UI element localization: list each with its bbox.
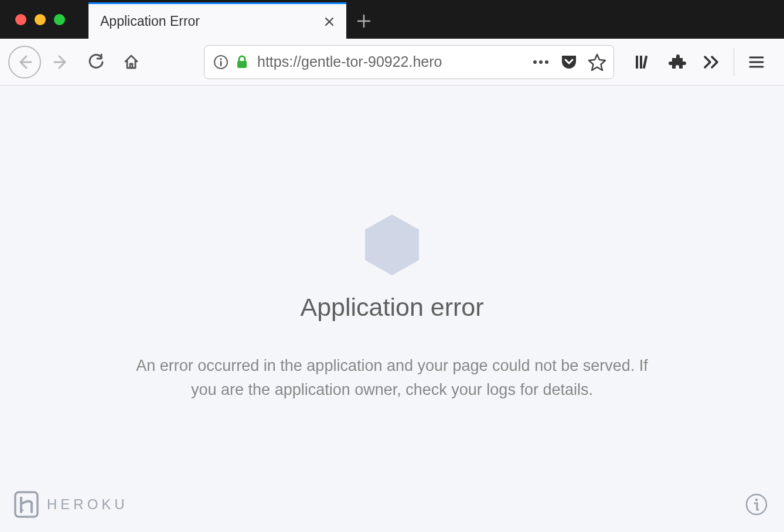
svg-point-12: [755, 499, 758, 502]
heroku-brand: HEROKU: [14, 491, 128, 518]
toolbar-right: [629, 48, 771, 76]
error-graphic: [363, 214, 421, 275]
address-bar[interactable]: https://gentle-tor-90922.hero: [204, 45, 614, 79]
arrow-right-icon: [52, 53, 70, 71]
svg-rect-3: [237, 61, 247, 68]
url-text: https://gentle-tor-90922.hero: [253, 53, 530, 70]
browser-toolbar: https://gentle-tor-90922.hero: [0, 39, 784, 86]
info-button[interactable]: [743, 491, 770, 518]
pocket-icon: [560, 54, 578, 70]
reload-button[interactable]: [81, 47, 111, 77]
window-controls: [0, 14, 88, 25]
secure-lock-icon: [231, 52, 253, 73]
extensions-button[interactable]: [663, 48, 691, 76]
back-button[interactable]: [8, 46, 41, 79]
svg-rect-7: [636, 56, 638, 69]
heroku-logo-icon: [14, 491, 39, 518]
home-button[interactable]: [116, 47, 146, 77]
page-actions-button[interactable]: [530, 52, 551, 73]
home-icon: [122, 53, 140, 71]
puzzle-icon: [669, 53, 686, 71]
url-actions: [530, 52, 608, 73]
info-circle-icon: [745, 493, 768, 516]
svg-rect-2: [220, 61, 222, 66]
svg-point-1: [220, 58, 222, 60]
error-title: Application error: [300, 293, 483, 322]
svg-rect-9: [643, 55, 647, 68]
close-icon: [323, 16, 335, 28]
svg-point-4: [533, 60, 537, 64]
bookmark-button[interactable]: [587, 52, 608, 73]
svg-rect-8: [640, 56, 642, 69]
chevron-double-right-icon: [703, 55, 720, 69]
tab-title: Application Error: [100, 13, 321, 29]
page-footer: HEROKU: [14, 491, 770, 518]
pocket-button[interactable]: [558, 52, 580, 73]
tab-close-button[interactable]: [321, 13, 338, 30]
window-titlebar: Application Error: [0, 0, 784, 39]
error-description: An error occurred in the application and…: [128, 354, 656, 401]
browser-tab-active[interactable]: Application Error: [88, 2, 346, 39]
plus-icon: [356, 13, 371, 29]
forward-button[interactable]: [46, 47, 76, 77]
arrow-left-icon: [16, 53, 33, 71]
new-tab-button[interactable]: [346, 4, 381, 39]
hamburger-icon: [749, 56, 764, 69]
library-button[interactable]: [629, 48, 657, 76]
svg-rect-10: [15, 492, 38, 517]
overflow-button[interactable]: [697, 48, 725, 76]
window-maximize-button[interactable]: [54, 14, 65, 25]
info-circle-icon: [213, 54, 229, 70]
svg-point-5: [539, 60, 543, 64]
heroku-brand-text: HEROKU: [47, 496, 128, 513]
separator: [734, 48, 734, 76]
menu-button[interactable]: [742, 48, 771, 76]
library-icon: [635, 54, 652, 70]
site-info-button[interactable]: [210, 52, 231, 73]
svg-point-6: [545, 60, 548, 64]
window-minimize-button[interactable]: [35, 14, 46, 25]
refresh-icon: [87, 53, 105, 71]
lock-icon: [236, 55, 248, 69]
tab-strip: Application Error: [88, 0, 381, 39]
ellipsis-icon: [532, 59, 550, 65]
window-close-button[interactable]: [15, 14, 26, 25]
page-content: Application error An error occurred in t…: [0, 86, 784, 532]
star-icon: [588, 53, 606, 71]
hexagon-icon: [363, 214, 421, 275]
